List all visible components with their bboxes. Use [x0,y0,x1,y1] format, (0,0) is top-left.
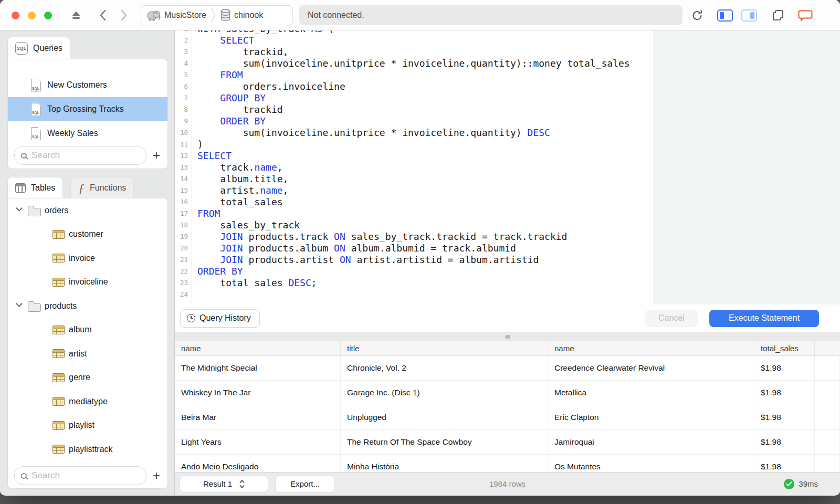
cancel-button[interactable]: Cancel [645,310,698,327]
query-list-item[interactable]: SQLTop Grossing Tracks [8,97,167,121]
table-cell[interactable]: Whiskey In The Jar [175,381,341,405]
chevron-down-icon[interactable] [16,205,23,212]
forward-button[interactable] [118,0,130,30]
chat-bubble-icon [798,9,813,22]
connection-status: Not connected. [299,5,682,25]
toggle-left-sidebar-button[interactable] [717,0,733,30]
table-row[interactable]: Ando Meio DesligadoMinha HistóriaOs Muta… [175,455,840,472]
code-line [197,289,840,300]
column-header[interactable]: name [175,341,341,355]
table-item[interactable]: invoice [8,246,167,270]
table-cell[interactable]: The Midnight Special [175,356,341,380]
execute-statement-button[interactable]: Execute Statement [709,310,819,327]
column-header[interactable]: title [341,341,548,355]
chevron-right-icon [120,9,128,21]
table-cell[interactable]: Os Mutantes [548,455,754,472]
folder-icon [28,208,41,216]
breadcrumb-server[interactable]: MusicStore [164,10,206,20]
result-selector[interactable]: Result 1 [180,476,268,492]
tab-functions[interactable]: ƒ Functions [70,177,134,198]
chevron-left-icon [99,9,107,21]
table-icon [52,397,65,406]
column-header[interactable]: name [548,341,754,355]
table-item[interactable]: genre [8,366,167,390]
chevron-down-icon[interactable] [16,300,23,307]
code-line: trackid, [197,46,840,58]
tables-search-input[interactable] [32,470,140,481]
add-table-button[interactable]: + [150,469,163,482]
tab-tables[interactable]: Tables [7,177,63,198]
query-list-item[interactable]: SQLWeekly Sales [8,121,167,145]
results-body: The Midnight SpecialChronicle, Vol. 2Cre… [175,356,840,472]
clock-icon [187,314,195,322]
table-cell[interactable]: $1.98 [754,381,815,405]
table-row[interactable]: Light YearsThe Return Of The Space Cowbo… [175,430,840,455]
zoom-window-button[interactable] [44,12,52,19]
code-line: SELECT [197,35,840,46]
result-selector-label: Result 1 [203,479,232,488]
table-cell[interactable]: Jamiroquai [548,430,754,454]
table-cell[interactable]: Eric Clapton [548,405,754,429]
breadcrumb-database[interactable]: chinook [234,10,263,20]
table-cell[interactable]: $1.98 [754,455,815,472]
tab-queries[interactable]: SQL Queries [7,37,70,59]
table-cell[interactable]: Creedence Clearwater Revival [548,356,754,380]
table-cell[interactable]: Metallica [548,381,754,405]
query-item-label: New Customers [47,80,107,90]
reconnect-button[interactable] [689,0,705,30]
column-header[interactable]: total_sales [754,341,815,355]
query-history-button[interactable]: Query History [180,309,260,328]
minimize-window-button[interactable] [28,12,36,19]
sql-editor[interactable]: 123456789101112131415161718192021222324 … [175,30,840,304]
schema-folder-item[interactable]: products [8,294,167,318]
table-cell[interactable]: Unplugged [341,405,548,429]
add-query-button[interactable]: + [150,149,163,162]
tables-panel: orderscustomerinvoiceinvoicelineproducts… [7,198,168,489]
eject-disconnect-button[interactable] [69,0,83,30]
table-item[interactable]: customer [8,223,167,247]
sql-code[interactable]: WITH sales_by_track AS ( SELECT trackid,… [197,30,840,300]
table-item[interactable]: playlisttrack [8,437,167,461]
feedback-button[interactable] [797,0,814,30]
tables-search-box[interactable] [14,466,146,485]
table-row[interactable]: The Midnight SpecialChronicle, Vol. 2Cre… [175,356,840,381]
export-button[interactable]: Export... [276,476,334,492]
results-splitter[interactable] [175,332,840,341]
new-window-button[interactable] [770,0,786,30]
table-item[interactable]: mediatype [8,390,167,414]
table-cell[interactable]: Ando Meio Desligado [175,455,341,472]
table-item[interactable]: playlist [8,414,167,438]
table-cell[interactable]: Beira Mar [175,405,341,429]
back-button[interactable] [97,0,109,30]
table-cell[interactable]: $1.98 [754,356,815,380]
table-cell-spacer [815,405,840,429]
table-icon [52,349,65,358]
close-window-button[interactable] [12,12,19,19]
table-cell[interactable]: $1.98 [754,405,815,429]
table-item[interactable]: album [8,318,167,342]
stepper-icon [239,479,245,489]
table-cell[interactable]: $1.98 [754,430,815,454]
queries-search-input[interactable] [32,150,140,161]
table-cell[interactable]: Chronicle, Vol. 2 [341,356,548,380]
table-cell[interactable]: Light Years [175,430,341,454]
code-line: sum(invoiceline.unitprice * invoiceline.… [197,58,840,69]
queries-search-box[interactable] [14,146,146,165]
toggle-right-sidebar-button[interactable] [741,0,757,30]
query-list-item[interactable]: SQLNew Customers [8,73,167,97]
schema-folder-item[interactable]: orders [8,198,167,223]
code-line: GROUP BY [197,92,840,104]
folder-icon [28,303,41,312]
table-cell[interactable]: Minha História [341,455,548,472]
editor-action-bar: Query History Cancel Execute Statement [175,304,840,332]
breadcrumb: MusicStore chinook [141,5,293,25]
table-cell[interactable]: Garage Inc. (Disc 1) [341,381,548,405]
table-item[interactable]: invoiceline [8,270,167,295]
query-history-label: Query History [200,313,251,323]
table-row[interactable]: Beira MarUnpluggedEric Clapton$1.98 [175,405,840,430]
code-line: ) [197,139,840,150]
table-item[interactable]: artist [8,342,167,366]
table-cell[interactable]: The Return Of The Space Cowboy [341,430,548,454]
toolbar: MusicStore chinook Not connected. [0,0,840,30]
table-row[interactable]: Whiskey In The JarGarage Inc. (Disc 1)Me… [175,381,840,405]
